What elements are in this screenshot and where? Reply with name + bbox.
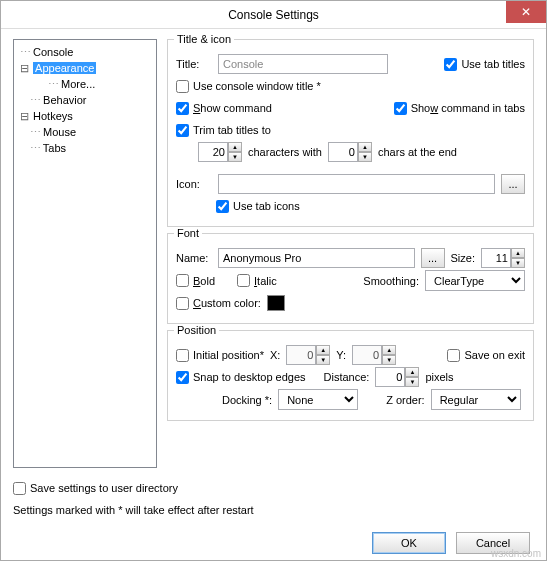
tree-more[interactable]: ⋯ More... — [16, 76, 154, 92]
cb-bold — [176, 274, 189, 287]
group-position: Position Initial position* X: ▲▼ Y: ▲▼ S… — [167, 330, 534, 421]
cb-snap — [176, 371, 189, 384]
font-name-label: Name: — [176, 252, 212, 264]
spin-up[interactable]: ▲ — [316, 345, 330, 355]
cb-show-command — [176, 102, 189, 115]
restart-note: Settings marked with * will take effect … — [13, 504, 254, 516]
zorder-label: Z order: — [386, 394, 425, 406]
color-swatch[interactable] — [267, 295, 285, 311]
nav-tree[interactable]: ⋯ Console ⊟ Appearance ⋯ More... ⋯ Behav… — [13, 39, 157, 468]
font-browse-button[interactable]: ... — [421, 248, 445, 268]
ok-button[interactable]: OK — [372, 532, 446, 554]
chars-with-label: characters with — [248, 146, 322, 158]
cb-initial-pos — [176, 349, 189, 362]
end-chars-spinner[interactable]: ▲▼ — [328, 142, 372, 162]
legend-position: Position — [174, 324, 219, 336]
smoothing-select[interactable]: ClearType — [425, 270, 525, 291]
tree-hotkeys[interactable]: ⊟ Hotkeys — [16, 108, 154, 124]
legend-title-icon: Title & icon — [174, 33, 234, 45]
custom-color-checkbox[interactable]: Custom color: — [176, 297, 261, 310]
cb-save-exit — [447, 349, 460, 362]
group-font: Font Name: ... Size: ▲▼ Bold Italic Smoo… — [167, 233, 534, 324]
italic-checkbox[interactable]: Italic — [237, 274, 277, 287]
group-title-icon: Title & icon Title: Use tab titles Use c… — [167, 39, 534, 227]
titlebar: Console Settings ✕ — [1, 1, 546, 29]
tree-appearance[interactable]: ⊟ Appearance — [16, 60, 154, 76]
show-command-in-tabs-checkbox[interactable]: Show command in tabs — [394, 102, 525, 115]
smoothing-label: Smoothing: — [363, 275, 419, 287]
spin-up[interactable]: ▲ — [382, 345, 396, 355]
spin-down[interactable]: ▼ — [405, 377, 419, 387]
zorder-select[interactable]: Regular — [431, 389, 521, 410]
title-label: Title: — [176, 58, 212, 70]
trim-chars-input — [198, 142, 228, 162]
cancel-button[interactable]: Cancel — [456, 532, 530, 554]
icon-label: Icon: — [176, 178, 212, 190]
cb-use-tab-icons — [216, 200, 229, 213]
tree-tabs[interactable]: ⋯ Tabs — [16, 140, 154, 156]
title-input[interactable] — [218, 54, 388, 74]
tree-console[interactable]: ⋯ Console — [16, 44, 154, 60]
snap-checkbox[interactable]: Snap to desktop edges — [176, 371, 306, 384]
font-size-label: Size: — [451, 252, 475, 264]
tree-behavior[interactable]: ⋯ Behavior — [16, 92, 154, 108]
icon-browse-button[interactable]: ... — [501, 174, 525, 194]
y-spinner[interactable]: ▲▼ — [352, 345, 396, 365]
chars-at-end-label: chars at the end — [378, 146, 457, 158]
spin-down[interactable]: ▼ — [316, 355, 330, 365]
spin-up[interactable]: ▲ — [358, 142, 372, 152]
distance-spinner[interactable]: ▲▼ — [375, 367, 419, 387]
spin-up[interactable]: ▲ — [511, 248, 525, 258]
docking-select[interactable]: None — [278, 389, 358, 410]
tree-mouse[interactable]: ⋯ Mouse — [16, 124, 154, 140]
close-button[interactable]: ✕ — [506, 1, 546, 23]
pixels-label: pixels — [425, 371, 453, 383]
use-tab-titles-checkbox[interactable]: Use tab titles — [444, 58, 525, 71]
cb-save-settings — [13, 482, 26, 495]
end-chars-input — [328, 142, 358, 162]
spin-up[interactable]: ▲ — [405, 367, 419, 377]
spin-down[interactable]: ▼ — [382, 355, 396, 365]
y-label: Y: — [336, 349, 346, 361]
bold-checkbox[interactable]: Bold — [176, 274, 215, 287]
window-title: Console Settings — [228, 8, 319, 22]
use-console-window-title-checkbox[interactable]: Use console window title * — [176, 80, 321, 93]
cb-show-command-tabs — [394, 102, 407, 115]
icon-path-input[interactable] — [218, 174, 495, 194]
font-name-input[interactable] — [218, 248, 415, 268]
show-command-checkbox[interactable]: Show command — [176, 102, 272, 115]
trim-chars-spinner[interactable]: ▲▼ — [198, 142, 242, 162]
x-input — [286, 345, 316, 365]
distance-label: Distance: — [324, 371, 370, 383]
cb-italic — [237, 274, 250, 287]
cb-custom-color — [176, 297, 189, 310]
cb-use-tab-titles — [444, 58, 457, 71]
save-settings-checkbox[interactable]: Save settings to user directory — [13, 482, 178, 495]
x-spinner[interactable]: ▲▼ — [286, 345, 330, 365]
initial-position-checkbox[interactable]: Initial position* — [176, 349, 264, 362]
distance-input — [375, 367, 405, 387]
legend-font: Font — [174, 227, 202, 239]
spin-down[interactable]: ▼ — [358, 152, 372, 162]
spin-up[interactable]: ▲ — [228, 142, 242, 152]
trim-tab-titles-checkbox[interactable]: Trim tab titles to — [176, 124, 271, 137]
spin-down[interactable]: ▼ — [511, 258, 525, 268]
use-tab-icons-checkbox[interactable]: Use tab icons — [216, 200, 300, 213]
save-on-exit-checkbox[interactable]: Save on exit — [447, 349, 525, 362]
spin-down[interactable]: ▼ — [228, 152, 242, 162]
cb-trim-titles — [176, 124, 189, 137]
cb-use-console-window — [176, 80, 189, 93]
y-input — [352, 345, 382, 365]
x-label: X: — [270, 349, 280, 361]
docking-label: Docking *: — [222, 394, 272, 406]
font-size-spinner[interactable]: ▲▼ — [481, 248, 525, 268]
font-size-input — [481, 248, 511, 268]
